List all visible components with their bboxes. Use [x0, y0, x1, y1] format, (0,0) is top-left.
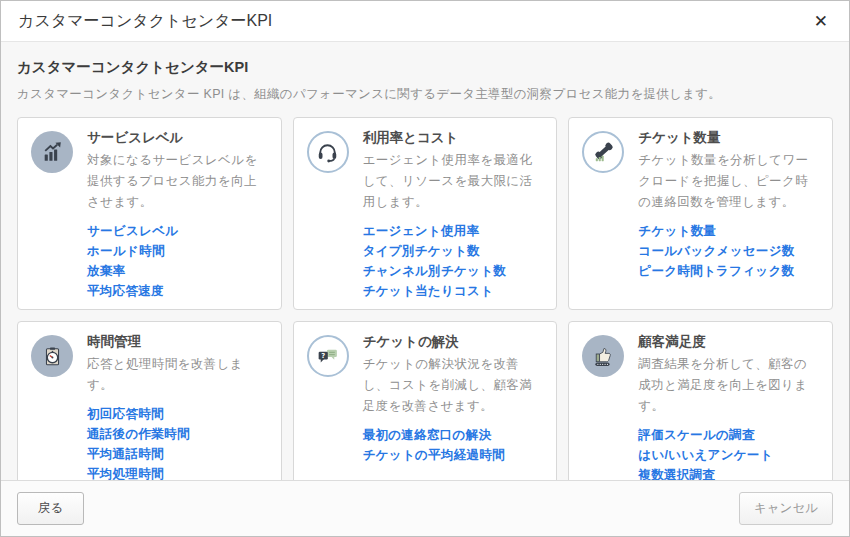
- card-title: 時間管理: [87, 333, 268, 351]
- kpi-card: 利用率とコスト エージェント使用率を最適化して、リソースを最大限に活用します。 …: [293, 117, 558, 310]
- kpi-link[interactable]: 通話後の作業時間: [87, 424, 268, 444]
- dialog-header: カスタマーコンタクトセンターKPI ✕: [1, 1, 849, 42]
- intro-heading: カスタマーコンタクトセンターKPI: [17, 58, 833, 77]
- card-links: チケット数量コールバックメッセージ数ピーク時間トラフィック数: [638, 221, 819, 281]
- thumbs-up-icon: [582, 335, 624, 377]
- kpi-card: チケット数量 チケット数量を分析してワークロードを把握し、ピーク時の連絡回数を管…: [568, 117, 833, 310]
- kpi-link[interactable]: チケットの平均経過時間: [363, 445, 544, 465]
- dialog-body: カスタマーコンタクトセンターKPI カスタマーコンタクトセンター KPI は、組…: [1, 42, 849, 480]
- kpi-link[interactable]: はい/いいえアンケート: [638, 445, 819, 465]
- card-links: 最初の連絡窓口の解決チケットの平均経過時間: [363, 425, 544, 465]
- chat-question-icon: ?: [307, 335, 349, 377]
- card-content: 顧客満足度 調査結果を分析して、顧客の成功と満足度を向上を図ります。 評価スケー…: [638, 330, 819, 480]
- card-content: 利用率とコスト エージェント使用率を最適化して、リソースを最大限に活用します。 …: [363, 126, 544, 301]
- kpi-link[interactable]: チケット数量: [638, 221, 819, 241]
- back-button[interactable]: 戻る: [17, 492, 84, 525]
- card-content: 時間管理 応答と処理時間を改善します。 初回応答時間通話後の作業時間平均通話時間…: [87, 330, 268, 480]
- phone-icon: [582, 131, 624, 173]
- stopwatch-icon: [31, 335, 73, 377]
- card-links: サービスレベルホールド時間放棄率平均応答速度: [87, 221, 268, 301]
- kpi-card: 時間管理 応答と処理時間を改善します。 初回応答時間通話後の作業時間平均通話時間…: [17, 321, 282, 480]
- close-icon[interactable]: ✕: [810, 11, 832, 32]
- card-title: チケット数量: [638, 129, 819, 147]
- kpi-link[interactable]: チャンネル別チケット数: [363, 261, 544, 281]
- kpi-link[interactable]: タイプ別チケット数: [363, 241, 544, 261]
- card-description: チケット数量を分析してワークロードを把握し、ピーク時の連絡回数を管理します。: [638, 150, 819, 213]
- bar-chart-trend-icon: [31, 131, 73, 173]
- card-description: 調査結果を分析して、顧客の成功と満足度を向上を図ります。: [638, 354, 819, 417]
- kpi-card-grid: サービスレベル 対象になるサービスレベルを提供するプロセス能力を向上させます。 …: [17, 117, 833, 480]
- card-links: 初回応答時間通話後の作業時間平均通話時間平均処理時間: [87, 404, 268, 480]
- card-content: チケットの解決 チケットの解決状況を改善し、コストを削減し、顧客満足度を改善させ…: [363, 330, 544, 465]
- kpi-link[interactable]: 複数選択調査: [638, 465, 819, 480]
- kpi-link[interactable]: サービスレベル: [87, 221, 268, 241]
- headset-icon: [307, 131, 349, 173]
- kpi-card: サービスレベル 対象になるサービスレベルを提供するプロセス能力を向上させます。 …: [17, 117, 282, 310]
- kpi-link[interactable]: エージェント使用率: [363, 221, 544, 241]
- kpi-link[interactable]: コールバックメッセージ数: [638, 241, 819, 261]
- kpi-link[interactable]: 最初の連絡窓口の解決: [363, 425, 544, 445]
- card-title: 顧客満足度: [638, 333, 819, 351]
- card-description: チケットの解決状況を改善し、コストを削減し、顧客満足度を改善させます。: [363, 354, 544, 417]
- kpi-link[interactable]: 初回応答時間: [87, 404, 268, 424]
- dialog-footer: 戻る キャンセル: [1, 480, 849, 536]
- card-content: チケット数量 チケット数量を分析してワークロードを把握し、ピーク時の連絡回数を管…: [638, 126, 819, 281]
- kpi-card: ? チケットの解決 チケットの解決状況を改善し、コストを削減し、顧客満足度を改善…: [293, 321, 558, 480]
- intro-description: カスタマーコンタクトセンター KPI は、組織のパフォーマンスに関するデータ主導…: [17, 86, 833, 103]
- card-description: エージェント使用率を最適化して、リソースを最大限に活用します。: [363, 150, 544, 213]
- dialog-title: カスタマーコンタクトセンターKPI: [18, 11, 272, 32]
- card-description: 対象になるサービスレベルを提供するプロセス能力を向上させます。: [87, 150, 268, 213]
- card-title: サービスレベル: [87, 129, 268, 147]
- kpi-link[interactable]: 平均応答速度: [87, 281, 268, 301]
- kpi-link[interactable]: 評価スケールの調査: [638, 425, 819, 445]
- kpi-link[interactable]: 放棄率: [87, 261, 268, 281]
- kpi-card: 顧客満足度 調査結果を分析して、顧客の成功と満足度を向上を図ります。 評価スケー…: [568, 321, 833, 480]
- card-title: チケットの解決: [363, 333, 544, 351]
- kpi-link[interactable]: 平均処理時間: [87, 464, 268, 480]
- card-description: 応答と処理時間を改善します。: [87, 354, 268, 396]
- svg-text:?: ?: [321, 351, 325, 359]
- kpi-link[interactable]: チケット当たりコスト: [363, 281, 544, 301]
- card-links: エージェント使用率タイプ別チケット数チャンネル別チケット数チケット当たりコスト: [363, 221, 544, 301]
- kpi-link[interactable]: ホールド時間: [87, 241, 268, 261]
- card-content: サービスレベル 対象になるサービスレベルを提供するプロセス能力を向上させます。 …: [87, 126, 268, 301]
- card-title: 利用率とコスト: [363, 129, 544, 147]
- card-links: 評価スケールの調査はい/いいえアンケート複数選択調査: [638, 425, 819, 480]
- cancel-button[interactable]: キャンセル: [739, 492, 833, 525]
- kpi-link[interactable]: ピーク時間トラフィック数: [638, 261, 819, 281]
- kpi-dialog: カスタマーコンタクトセンターKPI ✕ カスタマーコンタクトセンターKPI カス…: [0, 0, 850, 537]
- kpi-link[interactable]: 平均通話時間: [87, 444, 268, 464]
